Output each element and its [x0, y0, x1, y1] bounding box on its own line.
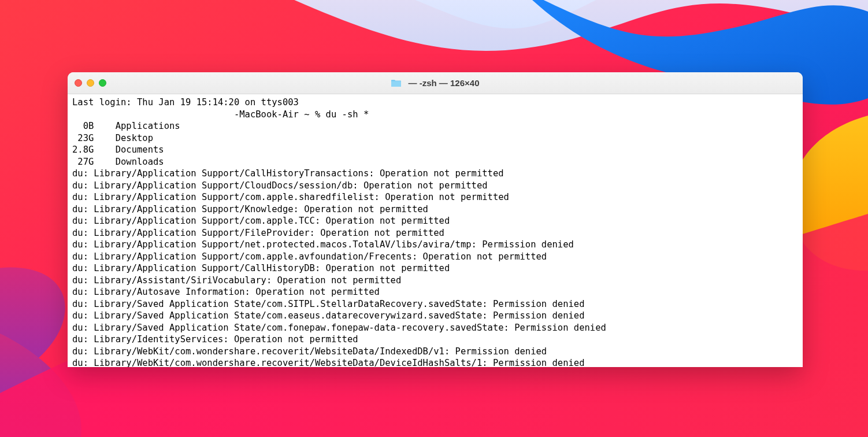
terminal-line: 0B Applications — [72, 120, 798, 132]
terminal-line: 23G Desktop — [72, 132, 798, 145]
terminal-output[interactable]: Last login: Thu Jan 19 15:14:20 on ttys0… — [68, 94, 803, 367]
minimize-button[interactable] — [87, 79, 94, 87]
window-titlebar[interactable]: — -zsh — 126×40 — [68, 72, 803, 94]
terminal-line: du: Library/Application Support/com.appl… — [72, 191, 798, 203]
terminal-line: du: Library/Application Support/CallHist… — [72, 168, 798, 180]
terminal-line: du: Library/Application Support/CloudDoc… — [72, 180, 798, 192]
terminal-line: du: Library/WebKit/com.wondershare.recov… — [72, 357, 798, 367]
close-button[interactable] — [75, 79, 82, 87]
terminal-line: du: Library/IdentityServices: Operation … — [72, 334, 798, 346]
title-suffix: — -zsh — 126×40 — [409, 78, 480, 88]
home-folder-icon — [391, 79, 402, 87]
maximize-button[interactable] — [99, 79, 106, 87]
terminal-line: du: Library/Autosave Information: Operat… — [72, 286, 798, 298]
terminal-line: du: Library/Application Support/com.appl… — [72, 251, 798, 263]
terminal-line: -MacBook-Air ~ % du -sh * — [72, 109, 798, 121]
terminal-line: 2.8G Documents — [72, 144, 798, 156]
terminal-line: Last login: Thu Jan 19 15:14:20 on ttys0… — [72, 97, 798, 109]
terminal-line: du: Library/Saved Application State/com.… — [72, 322, 798, 334]
terminal-window: — -zsh — 126×40 Last login: Thu Jan 19 1… — [68, 72, 803, 367]
terminal-line: du: Library/Application Support/com.appl… — [72, 215, 798, 227]
terminal-line: du: Library/Application Support/FileProv… — [72, 227, 798, 239]
terminal-line: du: Library/Application Support/CallHist… — [72, 262, 798, 275]
terminal-line: 27G Downloads — [72, 156, 798, 168]
terminal-line: du: Library/Saved Application State/com.… — [72, 298, 798, 310]
terminal-line: du: Library/Assistant/SiriVocabulary: Op… — [72, 275, 798, 287]
window-title: — -zsh — 126×40 — [391, 78, 480, 88]
terminal-line: du: Library/Application Support/net.prot… — [72, 239, 798, 251]
terminal-line: du: Library/Saved Application State/com.… — [72, 310, 798, 322]
traffic-lights — [75, 79, 106, 87]
terminal-line: du: Library/WebKit/com.wondershare.recov… — [72, 346, 798, 358]
terminal-line: du: Library/Application Support/Knowledg… — [72, 203, 798, 216]
